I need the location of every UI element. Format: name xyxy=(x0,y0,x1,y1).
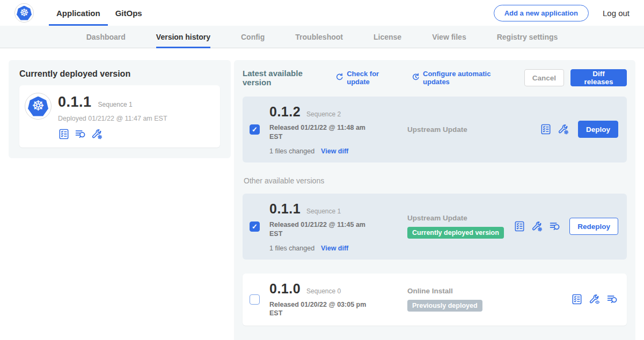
version-row: 0.1.1 Sequence 1 Released 01/21/22 @ 11:… xyxy=(243,194,627,260)
deployed-version-card: ☸ 0.1.1 Sequence 1 Deployed 01/21/22 @ 1… xyxy=(19,85,220,147)
tab-config[interactable]: Config xyxy=(241,26,265,48)
version-sequence: Sequence 2 xyxy=(306,110,341,118)
view-config-icon[interactable] xyxy=(589,293,601,305)
tab-dashboard[interactable]: Dashboard xyxy=(86,26,126,48)
add-new-application-button[interactable]: Add a new application xyxy=(494,5,589,21)
version-select-checkbox[interactable] xyxy=(250,294,260,305)
app-sub-nav: Dashboard Version history Config Trouble… xyxy=(0,26,644,48)
scheduled-update-icon xyxy=(411,72,420,83)
refresh-icon xyxy=(335,72,344,83)
top-nav: ☸ Application GitOps Add a new applicati… xyxy=(0,0,644,26)
check-for-update-label: Check for update xyxy=(347,70,399,86)
version-row: 0.1.0 Sequence 0 Released 01/20/22 @ 03:… xyxy=(243,274,627,326)
deployed-timestamp: Deployed 01/21/22 @ 11:47 am EST xyxy=(58,115,167,122)
latest-available-title: Latest available version xyxy=(243,69,327,87)
deployed-version-number: 0.1.1 xyxy=(58,94,92,110)
version-released-timestamp: Released 01/21/22 @ 11:45 am EST xyxy=(269,220,374,239)
preflight-checks-icon[interactable] xyxy=(58,128,70,140)
diff-releases-button[interactable]: Diff releases xyxy=(570,69,627,86)
configure-automatic-updates-link[interactable]: Configure automatic updates xyxy=(411,70,513,86)
version-source-label: Upstream Update xyxy=(407,125,540,134)
tab-version-history[interactable]: Version history xyxy=(156,26,210,48)
deployed-version-sequence: Sequence 1 xyxy=(98,101,133,108)
currently-deployed-panel: Currently deployed version ☸ 0.1.1 Seque… xyxy=(9,60,231,158)
currently-deployed-title: Currently deployed version xyxy=(19,69,220,79)
configure-automatic-updates-label: Configure automatic updates xyxy=(423,70,513,86)
edit-config-icon[interactable] xyxy=(91,128,103,140)
version-number: 0.1.2 xyxy=(269,104,301,120)
view-diff-link[interactable]: View diff xyxy=(321,245,348,252)
deploy-logs-icon[interactable] xyxy=(606,293,618,305)
version-source-label: Upstream Update xyxy=(407,214,514,222)
version-actions: Deploy xyxy=(540,121,618,138)
tab-gitops[interactable]: GitOps xyxy=(108,0,150,26)
deploy-button[interactable]: Redeploy xyxy=(569,218,618,235)
cancel-button[interactable]: Cancel xyxy=(524,69,564,86)
version-status-badge: Currently deployed version xyxy=(407,227,504,239)
preflight-checks-icon[interactable] xyxy=(540,123,552,135)
preflight-checks-icon[interactable] xyxy=(571,293,583,305)
version-source-label: Online Install xyxy=(407,287,571,295)
edit-config-icon[interactable] xyxy=(558,123,569,135)
version-sequence: Sequence 0 xyxy=(306,287,341,295)
version-status-badge: Previously deployed xyxy=(407,300,482,312)
preflight-checks-icon[interactable] xyxy=(514,220,525,232)
tab-application[interactable]: Application xyxy=(49,0,108,26)
main-content: Currently deployed version ☸ 0.1.1 Seque… xyxy=(0,48,644,340)
logout-link[interactable]: Log out xyxy=(603,9,630,18)
deploy-logs-icon[interactable] xyxy=(75,128,86,140)
other-available-versions-label: Other available versions xyxy=(244,176,627,185)
version-select-checkbox[interactable] xyxy=(250,124,260,135)
tab-license[interactable]: License xyxy=(374,26,401,48)
version-released-timestamp: Released 01/20/22 @ 03:05 pm EST xyxy=(269,300,374,319)
available-versions-panel: Latest available version Check for updat… xyxy=(234,60,635,340)
files-changed-label: 1 files changed xyxy=(269,245,314,252)
files-changed-label: 1 files changed xyxy=(269,147,314,155)
tab-troubleshoot[interactable]: Troubleshoot xyxy=(295,26,343,48)
version-number: 0.1.1 xyxy=(269,201,301,217)
version-actions: Redeploy xyxy=(514,218,618,235)
version-sequence: Sequence 1 xyxy=(306,208,341,215)
deploy-button[interactable]: Deploy xyxy=(578,121,618,138)
version-number: 0.1.0 xyxy=(269,281,301,297)
kubernetes-logo-icon: ☸ xyxy=(14,3,34,23)
view-diff-link[interactable]: View diff xyxy=(321,147,348,155)
check-for-update-link[interactable]: Check for update xyxy=(335,70,399,86)
version-row: 0.1.2 Sequence 2 Released 01/21/22 @ 11:… xyxy=(243,97,627,162)
version-select-checkbox[interactable] xyxy=(250,221,260,232)
version-released-timestamp: Released 01/21/22 @ 11:48 am EST xyxy=(269,123,374,142)
edit-config-icon[interactable] xyxy=(531,220,543,232)
app-logo-icon: ☸ xyxy=(25,93,52,120)
version-actions xyxy=(571,293,618,305)
deploy-logs-icon[interactable] xyxy=(549,220,561,232)
tab-registry-settings[interactable]: Registry settings xyxy=(497,26,558,48)
available-versions-header: Latest available version Check for updat… xyxy=(243,69,627,87)
tab-view-files[interactable]: View files xyxy=(432,26,466,48)
